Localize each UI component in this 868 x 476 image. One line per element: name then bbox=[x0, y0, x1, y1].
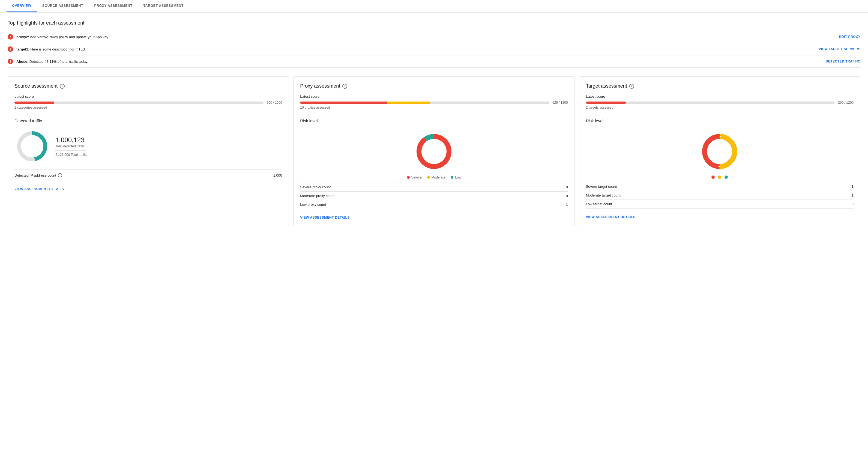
target-donut-svg bbox=[698, 130, 741, 173]
source-traffic-detected-label: Total detected traffic bbox=[55, 144, 87, 148]
source-score-label: Latest score bbox=[14, 94, 282, 98]
proxy-risk-title: Risk level bbox=[300, 118, 568, 123]
proxy-score-bar-row: 625 / 1200 bbox=[300, 101, 568, 105]
proxy-card-title: Proxy assessment i bbox=[300, 83, 568, 89]
target-card-title: Target assessment i bbox=[586, 83, 854, 89]
source-traffic-divider bbox=[55, 150, 87, 151]
alert-icon-2: ! bbox=[8, 47, 13, 52]
alert-icon-3: ! bbox=[8, 59, 13, 64]
target-score-bar-row: 200 / 1200 bbox=[586, 101, 854, 105]
highlight-3-left: ! Abuse: Detected 47.11% of total traffi… bbox=[8, 59, 88, 64]
tab-source-assessment[interactable]: SOURCE ASSESSMENT bbox=[37, 0, 89, 12]
target-count-label-1: Moderate target count bbox=[586, 193, 621, 197]
alert-icon-1: ! bbox=[8, 34, 13, 39]
target-risk-title: Risk level bbox=[586, 118, 854, 123]
target-view-details-link[interactable]: VIEW ASSESSMENT DETAILS bbox=[586, 215, 636, 219]
proxy-score-bar-fill-red bbox=[300, 101, 387, 104]
edit-proxy-link[interactable]: EDIT PROXY bbox=[839, 35, 860, 39]
proxy-view-details-link[interactable]: VIEW ASSESSMENT DETAILS bbox=[300, 216, 350, 219]
proxy-score-sub: 10 proxies assessed bbox=[300, 106, 568, 110]
highlight-2-text: target1: Here is some description for mT… bbox=[17, 47, 85, 51]
source-card: Source assessment i Latest score 200 / 1… bbox=[8, 77, 289, 226]
target-counts: Severe target count 1 Moderate target co… bbox=[586, 182, 854, 209]
tab-proxy-assessment[interactable]: PROXY ASSESSMENT bbox=[89, 0, 138, 12]
detected-traffic-link[interactable]: DETECTED TRAFFIC bbox=[826, 59, 860, 63]
proxy-card: Proxy assessment i Latest score 625 / 12… bbox=[293, 77, 575, 226]
target-count-row-1: Moderate target count 1 bbox=[586, 191, 854, 200]
proxy-count-label-2: Low proxy count bbox=[300, 203, 326, 207]
highlight-1-text: proxy2: Add VerifyAPIKey policy and upda… bbox=[17, 35, 109, 39]
proxy-score-bar-track bbox=[300, 101, 549, 104]
source-ip-label: Detected IP address count bbox=[14, 173, 56, 177]
source-ip-value: 1,000 bbox=[273, 173, 282, 177]
proxy-counts: Severe proxy count 9 Moderate proxy coun… bbox=[300, 183, 568, 209]
target-title-text: Target assessment bbox=[586, 83, 627, 89]
source-ip-info-icon[interactable]: i bbox=[58, 173, 62, 177]
source-score-bar-row: 200 / 1200 bbox=[14, 101, 282, 105]
source-score-bar-fill bbox=[14, 101, 54, 104]
source-traffic-total: 2,123,000 Total traffic bbox=[55, 153, 87, 157]
proxy-legend: Severe Moderate Low bbox=[300, 176, 568, 179]
svg-point-2 bbox=[419, 137, 449, 167]
target-score-sub: 2 targets assessed bbox=[586, 106, 854, 110]
highlights-heading: Top highlights for each assessment bbox=[8, 20, 860, 26]
target-score-bar-track bbox=[586, 101, 835, 104]
proxy-legend-moderate-dot bbox=[427, 176, 430, 179]
target-score-label: Latest score bbox=[586, 94, 854, 98]
view-target-servers-link[interactable]: VIEW TARGET SERVERS bbox=[819, 47, 860, 51]
target-legend-dots bbox=[586, 176, 854, 179]
proxy-count-value-1: 0 bbox=[566, 194, 568, 198]
proxy-count-row-0: Severe proxy count 9 bbox=[300, 183, 568, 191]
source-ip-label-container: Detected IP address count i bbox=[14, 173, 62, 177]
proxy-info-icon[interactable]: i bbox=[342, 84, 347, 89]
proxy-donut-container bbox=[300, 125, 568, 176]
target-score-bar-fill bbox=[586, 101, 626, 104]
target-count-value-2: 0 bbox=[851, 202, 854, 206]
proxy-count-row-1: Moderate proxy count 0 bbox=[300, 191, 568, 200]
proxy-score-label: Latest score bbox=[300, 94, 568, 98]
proxy-legend-severe-dot bbox=[407, 176, 410, 179]
proxy-count-value-0: 9 bbox=[566, 185, 568, 189]
source-ip-row: Detected IP address count i 1,000 bbox=[14, 170, 282, 181]
proxy-legend-low-dot bbox=[451, 176, 453, 179]
target-count-value-0: 1 bbox=[851, 184, 854, 188]
target-donut-container bbox=[586, 125, 854, 176]
target-score-value: 200 / 1200 bbox=[838, 101, 854, 105]
target-count-label-2: Low target count bbox=[586, 202, 612, 206]
highlights-section: Top highlights for each assessment ! pro… bbox=[0, 12, 868, 71]
highlight-item-2: ! target1: Here is some description for … bbox=[8, 43, 860, 55]
source-title-text: Source assessment bbox=[14, 83, 58, 89]
target-count-label-0: Severe target count bbox=[586, 184, 617, 188]
target-card: Target assessment i Latest score 200 / 1… bbox=[579, 77, 860, 226]
cards-container: Source assessment i Latest score 200 / 1… bbox=[0, 71, 868, 234]
proxy-legend-low: Low bbox=[451, 176, 461, 179]
target-count-value-1: 1 bbox=[851, 193, 854, 197]
proxy-donut-svg bbox=[412, 130, 456, 173]
source-traffic-stats: 1,000,123 Total detected traffic 2,123,0… bbox=[55, 136, 87, 157]
source-traffic-title: Detected traffic bbox=[14, 118, 282, 123]
source-score-bar-track bbox=[14, 101, 264, 104]
tab-overview[interactable]: OVERVIEW bbox=[6, 0, 37, 12]
tabs-bar: OVERVIEW SOURCE ASSESSMENT PROXY ASSESSM… bbox=[0, 0, 868, 12]
source-view-details-link[interactable]: VIEW ASSESSMENT DETAILS bbox=[14, 187, 64, 191]
proxy-score-value: 625 / 1200 bbox=[552, 101, 568, 105]
proxy-legend-severe: Severe bbox=[407, 176, 422, 179]
source-info-icon[interactable]: i bbox=[60, 84, 65, 89]
source-donut bbox=[14, 128, 50, 164]
target-count-row-0: Severe target count 1 bbox=[586, 182, 854, 191]
highlight-1-left: ! proxy2: Add VerifyAPIKey policy and up… bbox=[8, 34, 109, 39]
highlight-item-1: ! proxy2: Add VerifyAPIKey policy and up… bbox=[8, 31, 860, 43]
proxy-count-label-0: Severe proxy count bbox=[300, 185, 331, 189]
target-legend-moderate-dot bbox=[718, 176, 721, 179]
target-legend-severe-dot bbox=[711, 176, 715, 179]
source-traffic-number: 1,000,123 bbox=[55, 136, 87, 144]
proxy-score-bar-fill-orange bbox=[388, 101, 430, 104]
source-donut-svg bbox=[14, 128, 50, 164]
target-count-row-2: Low target count 0 bbox=[586, 200, 854, 209]
highlight-3-text: Abuse: Detected 47.11% of total traffic … bbox=[17, 59, 88, 64]
proxy-count-value-2: 1 bbox=[566, 203, 568, 207]
tab-target-assessment[interactable]: TARGET ASSESSMENT bbox=[138, 0, 189, 12]
source-score-value: 200 / 1200 bbox=[267, 101, 282, 105]
source-score-sub: 2 categories assessed bbox=[14, 106, 282, 110]
target-info-icon[interactable]: i bbox=[629, 84, 634, 89]
